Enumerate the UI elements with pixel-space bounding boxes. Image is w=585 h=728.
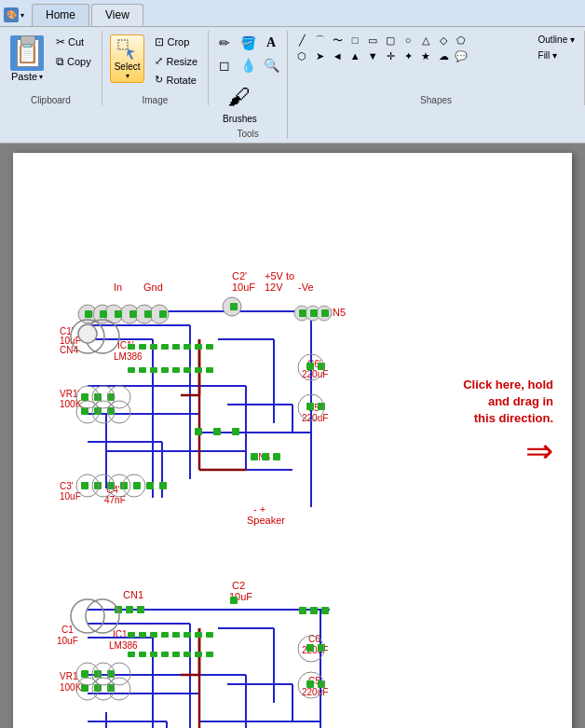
svg-text:In: In bbox=[114, 282, 122, 293]
svg-text:C2: C2 bbox=[232, 580, 245, 591]
svg-rect-180 bbox=[150, 632, 157, 638]
svg-text:CN4: CN4 bbox=[60, 345, 78, 355]
svg-rect-62 bbox=[85, 310, 92, 318]
shape-4arrow[interactable]: ✛ bbox=[382, 48, 399, 63]
shape-roundrect[interactable]: ▢ bbox=[382, 33, 399, 48]
shape-triangle[interactable]: △ bbox=[417, 33, 434, 48]
tools-content: ✏ 🪣 A ◻ 💧 🔍 🖌 Brushes bbox=[214, 31, 281, 127]
svg-marker-1 bbox=[127, 49, 135, 60]
shape-left-arrow[interactable]: ◄ bbox=[329, 48, 346, 63]
annotation-arrow: ⇒ bbox=[525, 432, 553, 471]
svg-rect-188 bbox=[150, 652, 157, 657]
eraser-button[interactable]: ◻ bbox=[214, 55, 235, 76]
shape-hexagon[interactable]: ⬡ bbox=[293, 48, 310, 63]
svg-rect-79 bbox=[206, 344, 213, 350]
svg-rect-110 bbox=[232, 428, 239, 435]
svg-rect-77 bbox=[184, 344, 191, 350]
svg-rect-65 bbox=[129, 310, 137, 318]
shape-curve[interactable]: ⌒ bbox=[311, 33, 328, 48]
svg-point-238 bbox=[78, 324, 97, 343]
svg-text:-     +: - + bbox=[253, 503, 265, 515]
crop-label: Crop bbox=[167, 36, 189, 48]
copy-button[interactable]: ⧉ Copy bbox=[51, 52, 96, 71]
svg-text:10uF: 10uF bbox=[60, 491, 81, 501]
image-content: Select ▾ ⊡ Crop ⤢ Resize ↻ Rotate bbox=[108, 31, 202, 93]
svg-rect-105 bbox=[133, 482, 141, 489]
svg-rect-200 bbox=[306, 644, 314, 652]
zoom-button[interactable]: 🔍 bbox=[261, 55, 281, 76]
svg-rect-181 bbox=[161, 632, 169, 638]
svg-rect-107 bbox=[159, 482, 167, 489]
ribbon-tabs: 🎨 ▾ Home View bbox=[0, 0, 585, 26]
svg-rect-191 bbox=[184, 652, 191, 657]
shape-line[interactable]: ╱ bbox=[293, 33, 310, 48]
rotate-label: Rotate bbox=[166, 75, 196, 86]
shape-star5[interactable]: ★ bbox=[417, 48, 434, 63]
tab-home[interactable]: Home bbox=[32, 4, 89, 26]
shape-right-arrow[interactable]: ➤ bbox=[311, 48, 328, 63]
fill-tool-button[interactable]: 🪣 bbox=[238, 33, 258, 53]
svg-rect-192 bbox=[195, 652, 202, 657]
svg-rect-75 bbox=[161, 344, 169, 350]
svg-text:LM386: LM386 bbox=[109, 640, 138, 651]
paste-button[interactable]: 📋 Paste ▾ bbox=[6, 33, 48, 85]
outline-button[interactable]: Outline ▾ bbox=[535, 33, 578, 47]
select-dropdown[interactable]: ▾ bbox=[126, 72, 129, 80]
shape-freeform[interactable]: 〜 bbox=[329, 33, 346, 48]
svg-rect-179 bbox=[139, 632, 146, 638]
svg-text:C3': C3' bbox=[60, 481, 74, 491]
svg-point-239 bbox=[71, 599, 104, 633]
shape-cloud[interactable]: ☁ bbox=[435, 48, 452, 63]
shape-pentagon[interactable]: ⬠ bbox=[453, 33, 469, 48]
svg-text:220uF: 220uF bbox=[302, 413, 328, 423]
resize-icon: ⤢ bbox=[155, 55, 163, 67]
shape-callout[interactable]: 💬 bbox=[453, 48, 469, 63]
svg-rect-73 bbox=[139, 344, 146, 350]
brushes-button[interactable]: 🖌 Brushes bbox=[214, 77, 265, 127]
shape-diamond[interactable]: ◇ bbox=[435, 33, 452, 48]
cut-button[interactable]: ✂ Cut bbox=[51, 33, 96, 51]
shape-star4[interactable]: ✦ bbox=[400, 48, 416, 63]
canvas-area[interactable]: In Gnd C2' 10uF +5V to 12V -Ve CN5 C1' 1… bbox=[0, 144, 585, 728]
shape-rect[interactable]: □ bbox=[347, 33, 363, 48]
svg-rect-184 bbox=[195, 632, 202, 638]
select-label: Select bbox=[115, 62, 141, 72]
shape-down-arrow[interactable]: ▼ bbox=[364, 48, 381, 63]
svg-rect-74 bbox=[150, 344, 157, 350]
brushes-label: Brushes bbox=[223, 114, 257, 124]
tools-row2: ◻ 💧 🔍 bbox=[214, 55, 281, 76]
svg-rect-66 bbox=[144, 310, 152, 318]
rotate-button[interactable]: ↻ Rotate bbox=[150, 71, 202, 89]
crop-button[interactable]: ⊡ Crop bbox=[150, 33, 202, 51]
svg-rect-101 bbox=[81, 482, 88, 489]
colorpicker-button[interactable]: 💧 bbox=[238, 55, 258, 76]
svg-text:220uF: 220uF bbox=[302, 369, 328, 379]
svg-rect-185 bbox=[206, 632, 213, 638]
svg-text:Speaker: Speaker bbox=[247, 515, 285, 526]
quick-access-dropdown[interactable]: ▾ bbox=[20, 11, 24, 20]
svg-rect-64 bbox=[115, 310, 122, 318]
quick-access-icon[interactable]: 🎨 bbox=[4, 7, 19, 22]
svg-rect-177 bbox=[321, 607, 329, 614]
paste-icon: 📋 bbox=[10, 35, 44, 71]
svg-rect-71 bbox=[321, 309, 329, 317]
svg-text:VR1: VR1 bbox=[60, 671, 78, 681]
cut-label: Cut bbox=[68, 36, 84, 48]
tab-view[interactable]: View bbox=[91, 4, 143, 26]
resize-button[interactable]: ⤢ Resize bbox=[150, 52, 202, 70]
svg-rect-89 bbox=[94, 393, 102, 401]
svg-rect-104 bbox=[120, 482, 128, 489]
pencil-button[interactable]: ✏ bbox=[214, 33, 235, 53]
ribbon-body: 📋 Paste ▾ ✂ Cut ⧉ Copy bbox=[0, 26, 585, 143]
fill-button[interactable]: Fill ▾ bbox=[535, 48, 578, 62]
shape-ellipse[interactable]: ○ bbox=[400, 33, 416, 48]
svg-rect-85 bbox=[184, 367, 191, 373]
svg-text:CN1: CN1 bbox=[123, 589, 143, 600]
svg-rect-175 bbox=[299, 607, 306, 614]
shape-up-arrow[interactable]: ▲ bbox=[347, 48, 363, 63]
shapes-title: Shapes bbox=[420, 95, 452, 105]
select-button[interactable]: Select ▾ bbox=[110, 34, 145, 83]
shape-rect2[interactable]: ▭ bbox=[364, 33, 381, 48]
text-button[interactable]: A bbox=[261, 33, 281, 53]
svg-rect-86 bbox=[195, 367, 202, 373]
